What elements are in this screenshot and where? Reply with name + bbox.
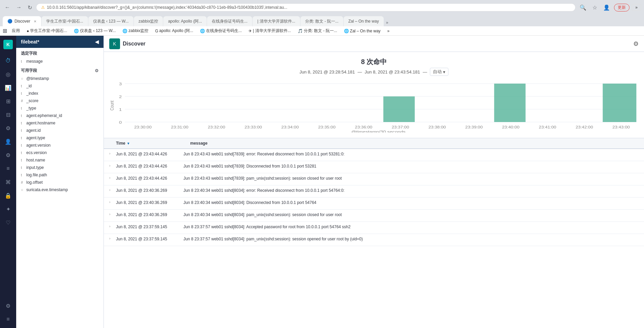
time-range-end: Jun 8, 2021 @ 23:43:54.181: [365, 69, 420, 74]
table-row[interactable]: › Jun 8, 2021 @ 23:37:59.145 Jun 8 23:37…: [104, 234, 644, 246]
collapse-nav-icon[interactable]: ≡: [2, 313, 14, 325]
available-field-_id[interactable]: t_id: [16, 82, 104, 90]
forward-button[interactable]: →: [14, 3, 24, 12]
table-row[interactable]: › Jun 8, 2021 @ 23:37:59.145 Jun 8 23:37…: [104, 222, 644, 234]
available-field-log-offset[interactable]: #log.offset: [16, 179, 104, 186]
siem-nav-icon[interactable]: ⚙: [2, 149, 14, 161]
bookmark-button[interactable]: ☆: [590, 3, 599, 12]
url-text: 10.0.0.161:5601/app/kibana#/discover?_g=…: [47, 5, 570, 10]
apm2-nav-icon[interactable]: ✦: [2, 203, 14, 215]
kibana-icon: K: [109, 38, 120, 49]
account-button[interactable]: 👤: [601, 3, 612, 12]
available-field-agent-ephemeral_id[interactable]: tagent.ephemeral_id: [16, 112, 104, 119]
row-expand-icon[interactable]: ›: [109, 237, 116, 240]
selected-field-message[interactable]: tmessage: [16, 58, 104, 65]
row-time: Jun 8, 2021 @ 23:37:59.145: [116, 225, 183, 229]
discover-nav-icon[interactable]: ⏱: [2, 55, 14, 67]
security-warning-icon: ⚠: [41, 5, 45, 10]
available-field-@timestamp[interactable]: ○@timestamp: [16, 75, 104, 82]
available-fields-settings-icon[interactable]: ⚙: [95, 68, 99, 73]
row-expand-icon[interactable]: ›: [109, 164, 116, 168]
index-pattern-selector[interactable]: filebeat* ◀: [16, 36, 104, 48]
back-button[interactable]: ←: [3, 3, 12, 12]
available-field-_score[interactable]: #_score: [16, 97, 104, 105]
bookmark-tsinghua[interactable]: ✈ | 清华大学开源软件...: [246, 27, 293, 34]
bookmark-prose[interactable]: 🎵 分类: 散文 - 阮一...: [296, 27, 339, 34]
tab-close-icon[interactable]: ✕: [34, 20, 36, 23]
row-expand-icon[interactable]: ›: [109, 225, 116, 228]
row-expand-icon[interactable]: ›: [109, 152, 116, 155]
apm-nav-icon[interactable]: ⚙: [2, 122, 14, 134]
tab-apollo[interactable]: apollo: Apollo (阿...: [163, 16, 207, 26]
address-bar[interactable]: ⚠ 10.0.0.161:5601/app/kibana#/discover?_…: [36, 3, 576, 11]
bookmark-apollo[interactable]: G apollo: Apollo (阿...: [153, 27, 195, 34]
collapse-sidebar-icon[interactable]: ◀: [95, 39, 99, 44]
bookmark-apps[interactable]: 应用: [10, 27, 22, 34]
apps-icon[interactable]: ⊞: [3, 28, 7, 34]
available-field-agent-type[interactable]: tagent.type: [16, 134, 104, 142]
heartbeat-nav-icon[interactable]: ♡: [2, 216, 14, 229]
search-button[interactable]: 🔍: [578, 3, 588, 12]
tab-dashboard[interactable]: 仪表盘 ‹ 123 — W...: [88, 16, 134, 26]
more-tabs-button[interactable]: »: [384, 19, 390, 26]
available-field-suricata-eve-timestamp[interactable]: ○suricata.eve.timestamp: [16, 186, 104, 193]
bookmark-zabbix[interactable]: 🌐 zabbix监控: [120, 27, 150, 34]
interval-selector[interactable]: 自动 ▾: [430, 68, 448, 76]
available-fields-title: 可用字段: [21, 68, 37, 73]
tab-prose[interactable]: 分类: 散文 - 阮一...: [300, 16, 343, 26]
table-row[interactable]: › Jun 8, 2021 @ 23:40:36.269 Jun 8 23:40…: [104, 210, 644, 222]
table-row[interactable]: › Jun 8, 2021 @ 23:43:44.426 Jun 8 23:43…: [104, 161, 644, 173]
kibana-app: K ⏱ ◎ 📊 ⊞ ⊟ ⚙ 👤 ⚙ ≡ ⌘ 🔒 ✦ ♡ ⚙ ≡ filebeat…: [0, 36, 644, 328]
table-row[interactable]: › Jun 8, 2021 @ 23:43:44.426 Jun 8 23:43…: [104, 149, 644, 161]
visualize-nav-icon[interactable]: ◎: [2, 68, 14, 80]
bookmark-more[interactable]: »: [385, 28, 392, 34]
table-row[interactable]: › Jun 8, 2021 @ 23:40:36.269 Jun 8 23:40…: [104, 185, 644, 198]
tab-zal[interactable]: Zal – On the way: [344, 16, 384, 26]
available-field-agent-id[interactable]: tagent.id: [16, 127, 104, 134]
index-pattern-name: filebeat*: [21, 39, 39, 44]
bookmark-student[interactable]: ● 学生工作室-中国石...: [25, 27, 69, 34]
available-field-host-name[interactable]: thost.name: [16, 156, 104, 164]
histogram-chart[interactable]: 3 2 1 0 Count: [109, 79, 639, 132]
available-field-input-type[interactable]: tinput.type: [16, 164, 104, 171]
dashboard-nav-icon[interactable]: 📊: [2, 82, 14, 94]
reload-button[interactable]: ↻: [26, 3, 34, 12]
available-field-_type[interactable]: t_type: [16, 105, 104, 112]
bookmark-idcard[interactable]: 🌐 在线身份证号码生...: [198, 27, 244, 34]
logs-nav-icon[interactable]: ≡: [2, 162, 14, 175]
row-expand-icon[interactable]: ›: [109, 188, 116, 192]
table-row[interactable]: › Jun 8, 2021 @ 23:40:36.269 Jun 8 23:40…: [104, 198, 644, 210]
bookmark-zal[interactable]: 🌐 Zal – On the way: [342, 28, 383, 34]
update-button[interactable]: 更新: [614, 4, 630, 11]
settings-nav-icon[interactable]: ⚙: [2, 300, 14, 312]
infra-nav-icon[interactable]: ⌘: [2, 176, 14, 188]
available-field-agent-hostname[interactable]: tagent.hostname: [16, 119, 104, 127]
ml-nav-icon[interactable]: 🔒: [2, 189, 14, 202]
tab-student[interactable]: 学生工作室-中国石...: [41, 16, 88, 26]
canvas-nav-icon[interactable]: ⊞: [2, 95, 14, 107]
selected-fields-list: tmessage: [16, 58, 104, 65]
available-field-log-file-path[interactable]: tlog.file.path: [16, 171, 104, 179]
active-tab[interactable]: 🔵 Discover ✕: [3, 16, 41, 26]
uptime-nav-icon[interactable]: 👤: [2, 136, 14, 148]
selected-fields-title: 选定字段: [16, 48, 104, 58]
available-field-_index[interactable]: t_index: [16, 90, 104, 97]
bookmark-dashboard[interactable]: 🌐 仪表盘 ‹ 123 — W...: [72, 27, 118, 34]
kibana-logo[interactable]: K: [2, 38, 14, 51]
row-time: Jun 8, 2021 @ 23:43:44.426: [116, 176, 183, 181]
time-separator: —: [358, 69, 362, 74]
row-expand-icon[interactable]: ›: [109, 200, 116, 204]
row-expand-icon[interactable]: ›: [109, 212, 116, 216]
maps-nav-icon[interactable]: ⊟: [2, 109, 14, 121]
table-row[interactable]: › Jun 8, 2021 @ 23:43:44.426 Jun 8 23:43…: [104, 173, 644, 185]
settings-icon[interactable]: ⚙: [633, 40, 639, 48]
tab-zabbix[interactable]: zabbix监控: [134, 16, 163, 26]
tab-idcard[interactable]: 在线身份证号码生...: [207, 16, 252, 26]
available-field-agent-version[interactable]: tagent.version: [16, 142, 104, 149]
tab-tsinghua[interactable]: | 清华大学开源软件...: [253, 16, 300, 26]
row-time: Jun 8, 2021 @ 23:40:36.269: [116, 212, 183, 217]
more-button[interactable]: »: [632, 4, 641, 11]
row-expand-icon[interactable]: ›: [109, 176, 116, 180]
time-column-header[interactable]: Time ▼: [116, 141, 190, 146]
available-field-ecs-version[interactable]: tecs.version: [16, 149, 104, 156]
